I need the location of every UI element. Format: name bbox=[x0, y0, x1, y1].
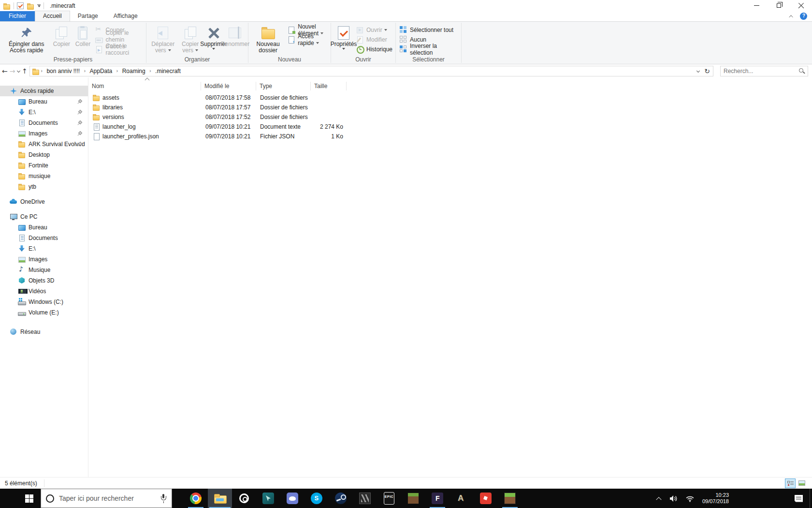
up-button[interactable]: ↑ bbox=[22, 67, 28, 75]
tab-accueil[interactable]: Accueil bbox=[35, 11, 70, 21]
taskbar-app-file-explorer[interactable] bbox=[208, 489, 232, 508]
customize-toolbar-caret-icon[interactable] bbox=[37, 4, 41, 7]
sidebar-item-bureau[interactable]: Bureau bbox=[0, 96, 88, 107]
back-button[interactable]: ← bbox=[2, 67, 8, 75]
properties-button[interactable]: Propriétés bbox=[333, 23, 354, 51]
sidebar-item-objets-3d[interactable]: Objets 3D bbox=[0, 275, 88, 286]
paste-button[interactable]: Coller bbox=[72, 23, 93, 49]
sidebar-item-images[interactable]: Images bbox=[0, 128, 88, 139]
start-button[interactable] bbox=[17, 489, 41, 508]
column-header-modifie-le[interactable]: Modifié le bbox=[201, 82, 256, 90]
details-view-button[interactable] bbox=[785, 478, 796, 488]
file-row-assets[interactable]: assets 08/07/2018 17:58 Dossier de fichi… bbox=[88, 93, 812, 103]
edit-button[interactable]: Modifier bbox=[354, 35, 394, 45]
tab-affichage[interactable]: Affichage bbox=[106, 11, 145, 21]
file-row-versions[interactable]: versions 08/07/2018 17:52 Dossier de fic… bbox=[88, 112, 812, 122]
sidebar-item-pc-e-drive[interactable]: E:\ bbox=[0, 243, 88, 254]
sidebar-item-musique-folder[interactable]: musique bbox=[0, 171, 88, 181]
pin-to-quick-access-button[interactable]: Épingler dans Accès rapide bbox=[2, 23, 51, 55]
breadcrumb-item[interactable]: .minecraft bbox=[152, 67, 184, 75]
sidebar-item-desktop-folder[interactable]: Desktop bbox=[0, 149, 88, 160]
minecraft-launcher-icon bbox=[407, 493, 419, 504]
show-desktop-button[interactable] bbox=[810, 489, 812, 508]
taskbar-app-skype[interactable] bbox=[304, 489, 329, 508]
sidebar-item-documents[interactable]: Documents bbox=[0, 118, 88, 128]
restore-button[interactable] bbox=[768, 0, 790, 11]
move-to-button[interactable]: Déplacer vers bbox=[148, 23, 177, 55]
select-all-button[interactable]: Sélectionner tout bbox=[398, 25, 459, 35]
taskbar-app-steam[interactable] bbox=[329, 489, 353, 508]
collapse-ribbon-icon[interactable] bbox=[789, 15, 793, 19]
search-input[interactable] bbox=[724, 68, 798, 75]
tray-chevron-icon[interactable] bbox=[656, 497, 661, 502]
copy-to-button[interactable]: Copier vers bbox=[177, 23, 203, 55]
address-history-caret-icon[interactable] bbox=[696, 69, 700, 73]
taskbar-app-geforce[interactable] bbox=[353, 489, 377, 508]
invert-selection-button[interactable]: Inverser la sélection bbox=[398, 45, 459, 54]
taskbar-app-discord[interactable] bbox=[280, 489, 304, 508]
taskbar-app-roblox[interactable] bbox=[474, 489, 498, 508]
taskbar-app-video-editor[interactable] bbox=[256, 489, 280, 508]
quick-access-button[interactable]: Accès rapide bbox=[286, 35, 329, 45]
copy-button[interactable]: Copier bbox=[51, 23, 72, 49]
breadcrumb-item[interactable]: bon anniv !!!! bbox=[44, 67, 83, 75]
microphone-icon[interactable] bbox=[160, 493, 167, 503]
sidebar-item-pc-musique[interactable]: Musique bbox=[0, 265, 88, 275]
taskbar-app-medal[interactable] bbox=[232, 489, 256, 508]
tab-fichier[interactable]: Fichier bbox=[0, 11, 35, 21]
file-row-launcher-profiles[interactable]: launcher_profiles.json 09/07/2018 10:21 … bbox=[88, 132, 812, 141]
sidebar-item-windows-c[interactable]: Windows (C:) bbox=[0, 297, 88, 307]
taskbar-app-ark[interactable] bbox=[450, 489, 474, 508]
open-button[interactable]: Ouvrir bbox=[354, 25, 394, 35]
minimize-button[interactable] bbox=[745, 0, 768, 11]
file-row-launcher-log[interactable]: launcher_log 09/07/2018 10:21 Document t… bbox=[88, 122, 812, 132]
recent-locations-caret-icon[interactable] bbox=[17, 67, 20, 75]
breadcrumb-item[interactable]: AppData bbox=[87, 67, 116, 75]
refresh-icon[interactable]: ↻ bbox=[704, 67, 710, 75]
sidebar-item-ytb[interactable]: ytb bbox=[0, 181, 88, 192]
search-magnifier-icon[interactable] bbox=[798, 68, 805, 74]
taskbar-app-minecraft-launcher[interactable] bbox=[401, 489, 425, 508]
folder-icon bbox=[18, 140, 26, 148]
forward-button[interactable]: → bbox=[10, 67, 15, 75]
sidebar-item-reseau[interactable]: Réseau bbox=[0, 327, 88, 337]
sidebar-item-acces-rapide[interactable]: Accès rapide bbox=[0, 86, 88, 96]
folder-icon bbox=[18, 172, 26, 180]
sidebar-item-pc-documents[interactable]: Documents bbox=[0, 233, 88, 243]
breadcrumb-item[interactable]: Roaming bbox=[119, 67, 148, 75]
taskbar-app-fortnite[interactable] bbox=[425, 489, 450, 508]
close-button[interactable] bbox=[790, 0, 812, 11]
properties-toolbar-icon[interactable] bbox=[17, 2, 24, 9]
search-box[interactable] bbox=[720, 66, 808, 76]
action-center-icon[interactable] bbox=[795, 495, 803, 502]
history-button[interactable]: Historique bbox=[354, 45, 394, 54]
thumbnails-view-button[interactable] bbox=[797, 478, 807, 488]
sidebar-item-volume-e[interactable]: Volume (E:) bbox=[0, 307, 88, 318]
new-folder-button[interactable]: Nouveau dossier bbox=[250, 23, 286, 55]
taskbar-app-epic-games[interactable] bbox=[377, 489, 401, 508]
sidebar-item-pc-bureau[interactable]: Bureau bbox=[0, 222, 88, 233]
address-bar[interactable]: › bon anniv !!!! › AppData › Roaming › .… bbox=[29, 66, 713, 76]
file-row-libraries[interactable]: libraries 08/07/2018 17:57 Dossier de fi… bbox=[88, 103, 812, 112]
paste-shortcut-button[interactable]: Coller le raccourci bbox=[93, 45, 144, 54]
help-icon[interactable] bbox=[800, 13, 807, 20]
sidebar-item-onedrive[interactable]: OneDrive bbox=[0, 196, 88, 207]
sidebar-item-e-drive[interactable]: E:\ bbox=[0, 107, 88, 118]
taskbar-clock[interactable]: 10:23 09/07/2018 bbox=[702, 492, 729, 505]
taskbar-search[interactable]: Taper ici pour rechercher bbox=[41, 489, 172, 508]
wifi-icon[interactable] bbox=[685, 495, 695, 502]
sidebar-item-ce-pc[interactable]: Ce PC bbox=[0, 211, 88, 222]
sidebar-item-ark[interactable]: ARK Survival Evolved bbox=[0, 139, 88, 149]
rename-button[interactable]: Renommer bbox=[224, 23, 246, 49]
sidebar-item-videos[interactable]: Vidéos bbox=[0, 286, 88, 297]
column-header-nom[interactable]: Nom bbox=[88, 82, 201, 90]
sidebar-item-fortnite[interactable]: Fortnite bbox=[0, 160, 88, 171]
new-folder-toolbar-icon[interactable] bbox=[27, 2, 34, 9]
sidebar-item-pc-images[interactable]: Images bbox=[0, 254, 88, 265]
taskbar-app-minecraft[interactable] bbox=[498, 489, 522, 508]
column-header-type[interactable]: Type bbox=[256, 82, 311, 90]
column-header-taille[interactable]: Taille bbox=[311, 82, 347, 90]
volume-icon[interactable] bbox=[669, 495, 678, 502]
taskbar-app-chrome[interactable] bbox=[184, 489, 208, 508]
tab-partage[interactable]: Partage bbox=[70, 11, 106, 21]
